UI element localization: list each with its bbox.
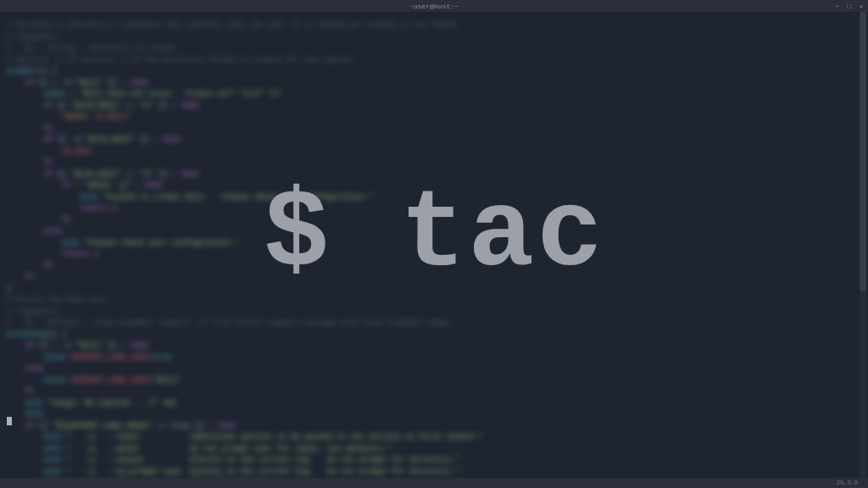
code-line: fi bbox=[7, 386, 861, 398]
code-line: local SUPPORT_LONG_ARGS="${1}" bbox=[7, 375, 861, 387]
scrollbar-thumb[interactable] bbox=[860, 12, 866, 291]
code-line: if [[ "${SUPPORT_LONG_ARGS}" == true ]] … bbox=[7, 421, 861, 433]
statusbar: 26,3-9 bbox=[0, 478, 868, 488]
code-line: echo "Please check your configuration." bbox=[7, 238, 861, 250]
minimize-icon[interactable]: − bbox=[834, 3, 841, 9]
code-line: return 1 bbox=[7, 249, 861, 261]
close-icon[interactable]: × bbox=[858, 3, 865, 9]
code-line: echo "Usage: $0 [option ...]" >&2 bbox=[7, 398, 861, 410]
code-line: if [[ ! -d "${1}" ]] ; then bbox=[7, 78, 861, 90]
code-line: if [[ "${YN_RES}" == "n" ]] ; then bbox=[7, 169, 861, 181]
code-line: else bbox=[7, 226, 861, 238]
code-line: else bbox=[7, 363, 861, 375]
code-line: "mkdir -p ${1}" bbox=[7, 112, 861, 124]
code-line: if [[ ! -n "${1}" ]] ; then bbox=[7, 341, 861, 352]
titlebar-controls: − □ × bbox=[834, 3, 865, 9]
code-line: echo bbox=[7, 409, 861, 421]
code-line: printHelp() { bbox=[7, 330, 861, 341]
code-line: if [[ -d "${YN_RES}" ]] ; then bbox=[7, 135, 861, 147]
titlebar[interactable]: ~user@host:~ − □ × bbox=[0, 0, 868, 12]
code-line: # Prints the help text bbox=[7, 295, 861, 307]
maximize-icon[interactable]: □ bbox=[846, 3, 853, 9]
code-line: # Returns: 0 if success, 1 if the direct… bbox=[7, 55, 861, 67]
code-line: fi bbox=[7, 272, 861, 284]
code-line: ynRes = "${1} does not exist. Create it?… bbox=[7, 89, 861, 101]
code-line: echo "Failed to create ${1}. Please chec… bbox=[7, 192, 861, 204]
code-line: echo " -n, --no-prompt-type Execute in t… bbox=[7, 467, 861, 479]
text-cursor bbox=[7, 417, 12, 425]
code-line: if [[ "${YN_RES}" == "y" ]] ; then bbox=[7, 101, 861, 113]
code-line: echo " -q, --quiet Do not prompt user fo… bbox=[7, 444, 861, 456]
code-line: echo " -o, --output Execute in the curre… bbox=[7, 455, 861, 467]
code-content: # Verifies a directory's existence and c… bbox=[0, 12, 868, 478]
code-line: YN_RES= bbox=[7, 147, 861, 158]
code-line: fi bbox=[7, 215, 861, 227]
code-line: prepDir() { bbox=[7, 66, 861, 78]
code-line: fi bbox=[7, 261, 861, 273]
code-line: local SUPPORT_LONG_ARGS=true bbox=[7, 352, 861, 364]
code-line: if ! "mkdir -p" ; then bbox=[7, 180, 861, 192]
terminal-window: ~user@host:~ − □ × # Verifies a director… bbox=[0, 0, 868, 488]
code-line: fi bbox=[7, 124, 861, 136]
code-line: return 1 bbox=[7, 203, 861, 215]
code-line: } bbox=[7, 284, 861, 296]
editor-area[interactable]: # Verifies a directory's existence and c… bbox=[0, 12, 868, 478]
scrollbar[interactable] bbox=[860, 12, 866, 478]
code-line: fi bbox=[7, 158, 861, 169]
code-line: # Verifies a directory's existence and c… bbox=[7, 20, 861, 32]
code-line: # $1 - String : directory to create bbox=[7, 43, 861, 55]
window-title: ~user@host:~ bbox=[409, 3, 459, 10]
code-line: # Arguments: bbox=[7, 32, 861, 44]
code-line: # Arguments: bbox=[7, 307, 861, 319]
code-line: # $1 - Boolean : long argument support. … bbox=[7, 318, 861, 330]
cursor-position: 26,3-9 bbox=[837, 480, 858, 486]
code-line: echo " -i, --input Additional options to… bbox=[7, 432, 861, 444]
